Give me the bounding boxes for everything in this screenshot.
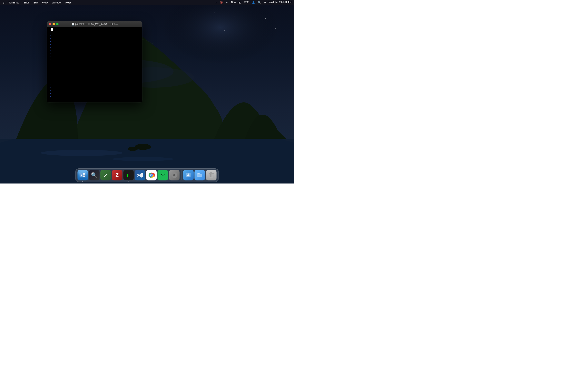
screen-recording-icon[interactable]: ⊘ bbox=[214, 1, 218, 4]
svg-rect-35 bbox=[176, 175, 177, 175]
svg-point-29 bbox=[160, 172, 166, 178]
terminal-titlebar: 📄 plaintext — vi my_text_file.txt — 80×2… bbox=[47, 21, 142, 27]
svg-rect-43 bbox=[198, 176, 200, 177]
svg-point-28 bbox=[151, 175, 152, 176]
svg-rect-41 bbox=[198, 175, 201, 175]
terminal-body[interactable]: ~ ~ ~ ~ ~ ~ ~ ~ ~ ~ ~ ~ ~ ~ ~ ~ ~ ~ ~ ~ bbox=[47, 27, 142, 102]
dock-divider bbox=[181, 170, 182, 180]
menubar-right: ⊘ 🔇 ↵ 99% ▮▯ WiFi 👤 🔍 ⊞ Wed Jan 25 4:41 … bbox=[214, 1, 292, 4]
vi-line-12: ~ bbox=[48, 61, 51, 64]
mute-icon[interactable]: 🔇 bbox=[219, 1, 224, 4]
menubar-window[interactable]: Window bbox=[50, 1, 63, 4]
dock-item-downloads[interactable] bbox=[183, 170, 194, 180]
menubar-view[interactable]: View bbox=[40, 1, 49, 4]
svg-point-7 bbox=[194, 10, 194, 10]
dock-item-spotify[interactable] bbox=[158, 170, 168, 180]
vi-line-5: ~ bbox=[48, 40, 51, 43]
terminal-title: 📄 plaintext — vi my_text_file.txt — 80×2… bbox=[71, 23, 118, 25]
dock-item-finder[interactable] bbox=[78, 170, 88, 180]
vi-line-8: ~ bbox=[48, 49, 51, 52]
battery-percentage[interactable]: 99% bbox=[230, 1, 236, 4]
vi-line-20: ~ bbox=[48, 86, 51, 89]
terminal-icon: 📄 bbox=[71, 23, 75, 25]
svg-rect-42 bbox=[198, 176, 201, 176]
battery-icon: ▮▯ bbox=[238, 1, 242, 4]
svg-point-6 bbox=[276, 28, 276, 29]
vi-line-21: ~ bbox=[48, 89, 51, 92]
menubar-shell[interactable]: Shell bbox=[22, 1, 31, 4]
svg-rect-33 bbox=[174, 177, 175, 178]
close-button[interactable] bbox=[49, 23, 51, 25]
finder-indicator bbox=[82, 181, 83, 182]
terminal-indicator bbox=[128, 181, 129, 182]
svg-point-4 bbox=[214, 12, 215, 12]
search-icon[interactable]: 🔍 bbox=[257, 1, 262, 4]
vi-line-18: ~ bbox=[48, 80, 51, 83]
vi-line-16: ~ bbox=[48, 74, 51, 77]
svg-rect-40 bbox=[198, 173, 200, 174]
svg-rect-46 bbox=[210, 172, 212, 173]
vi-line-6: ~ bbox=[48, 43, 51, 46]
apple-menu[interactable]:  bbox=[2, 0, 6, 5]
minimize-button[interactable] bbox=[52, 23, 55, 25]
vi-line-11: ~ bbox=[48, 58, 51, 61]
vi-line-17: ~ bbox=[48, 77, 51, 80]
dock-item-trash[interactable] bbox=[206, 170, 217, 180]
vi-line-10: ~ bbox=[48, 55, 51, 58]
vi-editor[interactable]: ~ ~ ~ ~ ~ ~ ~ ~ ~ ~ ~ ~ ~ ~ ~ ~ ~ ~ ~ ~ bbox=[48, 28, 141, 101]
vi-line-13: ~ bbox=[48, 64, 51, 67]
menubar-help[interactable]: Help bbox=[64, 1, 72, 4]
bluetooth-icon[interactable]: ↵ bbox=[225, 1, 229, 4]
svg-point-21 bbox=[84, 175, 85, 176]
svg-point-11 bbox=[41, 150, 122, 156]
desktop bbox=[0, 0, 294, 184]
vi-line-9: ~ bbox=[48, 52, 51, 55]
dock-item-sysprefs[interactable] bbox=[169, 170, 180, 180]
svg-rect-38 bbox=[187, 176, 190, 177]
svg-point-16 bbox=[128, 147, 138, 151]
dock: 🔍 ↗ Z $_ bbox=[75, 168, 219, 182]
maximize-button[interactable] bbox=[56, 23, 59, 25]
svg-point-20 bbox=[81, 175, 82, 176]
vi-line-3: ~ bbox=[48, 34, 51, 37]
menubar-left:  Terminal Shell Edit View Window Help bbox=[2, 0, 72, 5]
svg-point-3 bbox=[245, 24, 245, 25]
dock-item-filebrowser[interactable] bbox=[195, 170, 205, 180]
menubar:  Terminal Shell Edit View Window Help ⊘… bbox=[0, 0, 294, 5]
svg-point-31 bbox=[173, 174, 175, 176]
vi-line-4: ~ bbox=[48, 37, 51, 40]
user-icon[interactable]: 👤 bbox=[251, 1, 256, 4]
svg-point-5 bbox=[265, 18, 266, 18]
vi-cursor bbox=[51, 28, 53, 31]
vi-line-15: ~ bbox=[48, 71, 51, 74]
dock-item-chrome[interactable] bbox=[146, 170, 157, 180]
menubar-app-name[interactable]: Terminal bbox=[7, 1, 21, 4]
vi-main-area[interactable] bbox=[51, 28, 141, 101]
vi-line-22: ~ bbox=[48, 92, 51, 95]
vi-line-7: ~ bbox=[48, 46, 51, 49]
vi-line-14: ~ bbox=[48, 67, 51, 71]
svg-rect-34 bbox=[172, 175, 173, 175]
dock-item-migrate[interactable]: ↗ bbox=[100, 170, 111, 180]
dock-item-terminal[interactable]: $_ bbox=[123, 170, 134, 180]
vi-line-2: ~ bbox=[48, 31, 51, 34]
vi-gutter: ~ ~ ~ ~ ~ ~ ~ ~ ~ ~ ~ ~ ~ ~ ~ ~ ~ ~ ~ ~ bbox=[48, 28, 51, 101]
vi-line-1 bbox=[48, 28, 51, 31]
terminal-window[interactable]: 📄 plaintext — vi my_text_file.txt — 80×2… bbox=[47, 21, 142, 102]
svg-point-8 bbox=[224, 30, 225, 31]
svg-rect-45 bbox=[209, 173, 214, 174]
controlcenter-icon[interactable]: ⊞ bbox=[263, 1, 267, 4]
vi-line-19: ~ bbox=[48, 83, 51, 86]
menubar-edit[interactable]: Edit bbox=[32, 1, 40, 4]
datetime[interactable]: Wed Jan 25 4:41 PM bbox=[268, 1, 292, 4]
wifi-icon[interactable]: WiFi bbox=[243, 1, 250, 4]
svg-rect-32 bbox=[174, 172, 175, 173]
vi-line-23: ~ bbox=[48, 95, 51, 98]
dock-item-zotero[interactable]: Z bbox=[112, 170, 122, 180]
svg-point-2 bbox=[234, 16, 235, 17]
dock-item-proxyman[interactable]: 🔍 bbox=[89, 170, 100, 180]
svg-point-12 bbox=[112, 157, 173, 161]
dock-item-vscode[interactable] bbox=[135, 170, 145, 180]
